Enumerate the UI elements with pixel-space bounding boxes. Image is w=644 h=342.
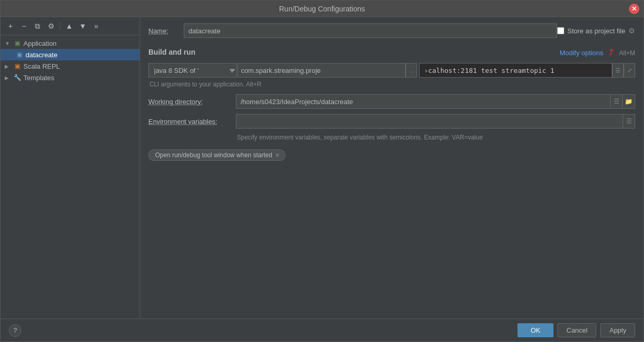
arrow-expanded-icon: ▼ (5, 41, 11, 46)
tag-chip-label: Open run/debug tool window when started (155, 151, 272, 159)
right-panel: Name: Store as project file ⚙ Build and … (140, 17, 643, 319)
shortcut-badge: Alt+M (619, 49, 635, 57)
wrench-icon: 🔧 (13, 73, 21, 82)
build-run-title: Build and run (148, 48, 195, 56)
env-vars-edit-btn[interactable]: ☰ (623, 114, 635, 129)
up-icon: ▲ (66, 22, 73, 30)
sdk-select[interactable]: java 8 SDK of ' (148, 63, 237, 78)
run-debug-dialog: Run/Debug Configurations ✕ + − ⧉ ⚙ (0, 0, 644, 342)
name-label: Name: (148, 27, 180, 35)
working-dir-input-row: ☰ 📁 (236, 94, 635, 109)
datacreate-icon: ▣ (15, 50, 23, 59)
sidebar-item-application-label: Application (23, 40, 57, 47)
settings-icon: ⚙ (48, 22, 55, 30)
title-bar: Run/Debug Configurations ✕ (1, 1, 643, 17)
sidebar-item-datacreate[interactable]: ▣ datacreate (1, 49, 140, 60)
store-project-file-label: Store as project file (567, 27, 625, 35)
env-vars-input[interactable] (236, 114, 623, 129)
env-vars-label: Environment variables: (148, 118, 232, 125)
sidebar-item-datacreate-label: datacreate (26, 51, 57, 59)
bottom-bar: ? OK Cancel Apply (1, 319, 643, 341)
sidebar-item-templates-label: Templates (23, 74, 54, 82)
cancel-button[interactable]: Cancel (558, 323, 596, 337)
move-up-button[interactable]: ▲ (64, 20, 75, 32)
settings-button[interactable]: ⚙ (45, 20, 57, 32)
sidebar-item-templates[interactable]: ▶ 🔧 Templates (1, 72, 140, 83)
main-content: + − ⧉ ⚙ ▲ ▼ » (1, 17, 643, 319)
working-dir-row: Working directory: ☰ 📁 (148, 94, 635, 109)
tag-chips-area: Open run/debug tool window when started … (148, 149, 635, 161)
sidebar-item-application[interactable]: ▼ ▣ Application (1, 37, 140, 49)
store-row: Store as project file ⚙ (557, 27, 635, 35)
env-vars-row: Environment variables: ☰ (148, 114, 635, 129)
working-dir-input[interactable] (236, 94, 610, 109)
scala-icon: ▣ (13, 62, 21, 70)
args-list-btn[interactable]: ☰ (612, 63, 624, 78)
sidebar: + − ⧉ ⚙ ▲ ▼ » (1, 17, 140, 319)
args-expand-btn[interactable]: ⤢ (624, 63, 635, 78)
remove-button[interactable]: − (18, 20, 30, 32)
section-header: Build and run Modify options ↗ Alt+M (148, 46, 635, 58)
top-row: Name: Store as project file ⚙ (148, 23, 635, 38)
modify-options-area: Modify options ↗ Alt+M (560, 46, 635, 58)
down-icon: ▼ (79, 22, 86, 30)
module-input[interactable] (237, 63, 406, 78)
name-input[interactable] (184, 23, 557, 38)
plus-icon: + (8, 22, 12, 30)
help-button[interactable]: ? (9, 324, 21, 337)
sidebar-item-scala-label: Scala REPL (23, 62, 60, 70)
ok-button[interactable]: OK (517, 323, 553, 337)
working-dir-folder-btn[interactable]: 📁 (623, 94, 635, 109)
apply-button[interactable]: Apply (600, 323, 635, 337)
move-down-button[interactable]: ▼ (77, 20, 89, 32)
arrow-indicator-icon: ↗ (605, 45, 617, 59)
separator (60, 22, 60, 30)
cli-hint: CLI arguments to your application. Alt+R (148, 81, 635, 88)
sidebar-tree: ▼ ▣ Application ▣ datacreate ▶ ▣ Scala R… (1, 35, 140, 319)
close-button[interactable]: ✕ (629, 4, 639, 14)
copy-button[interactable]: ⧉ (32, 20, 43, 32)
program-args-input[interactable] (419, 63, 612, 78)
sidebar-toolbar: + − ⧉ ⚙ ▲ ▼ » (1, 17, 140, 35)
bottom-buttons: OK Cancel Apply (517, 323, 635, 337)
working-dir-file-btn[interactable]: ☰ (610, 94, 623, 109)
minus-icon: − (22, 22, 26, 30)
more-icon: » (94, 22, 98, 30)
sidebar-item-scala-repl[interactable]: ▶ ▣ Scala REPL (1, 60, 140, 72)
env-hint: Specify environment variables, separate … (148, 134, 635, 141)
arrow-collapsed-templates-icon: ▶ (5, 75, 11, 81)
arrow-collapsed-icon: ▶ (5, 64, 11, 69)
dialog-title: Run/Debug Configurations (279, 5, 365, 13)
module-browse-btn[interactable]: … (406, 63, 417, 78)
name-row: Name: (148, 23, 557, 38)
build-run-row: java 8 SDK of ' ▼ … ☰ ⤢ (148, 63, 635, 78)
env-vars-input-row: ☰ (236, 114, 635, 129)
copy-icon: ⧉ (35, 22, 40, 31)
application-icon: ▣ (13, 39, 21, 47)
tag-chip-open-window: Open run/debug tool window when started … (148, 149, 285, 161)
add-button[interactable]: + (5, 20, 16, 32)
gear-icon[interactable]: ⚙ (628, 27, 635, 35)
working-dir-label: Working directory: (148, 98, 232, 106)
more-button[interactable]: » (91, 20, 102, 32)
modify-options-link[interactable]: Modify options ↗ (560, 49, 617, 57)
tag-chip-close-btn[interactable]: × (275, 151, 280, 159)
store-project-file-checkbox[interactable] (557, 27, 564, 34)
